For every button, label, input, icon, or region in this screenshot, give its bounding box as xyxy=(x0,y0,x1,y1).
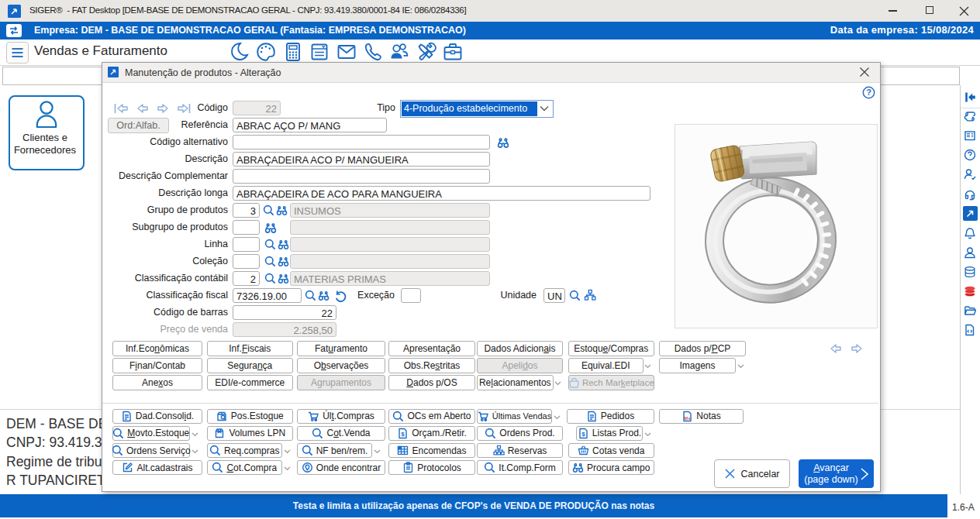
svg-text:?: ? xyxy=(866,88,871,97)
